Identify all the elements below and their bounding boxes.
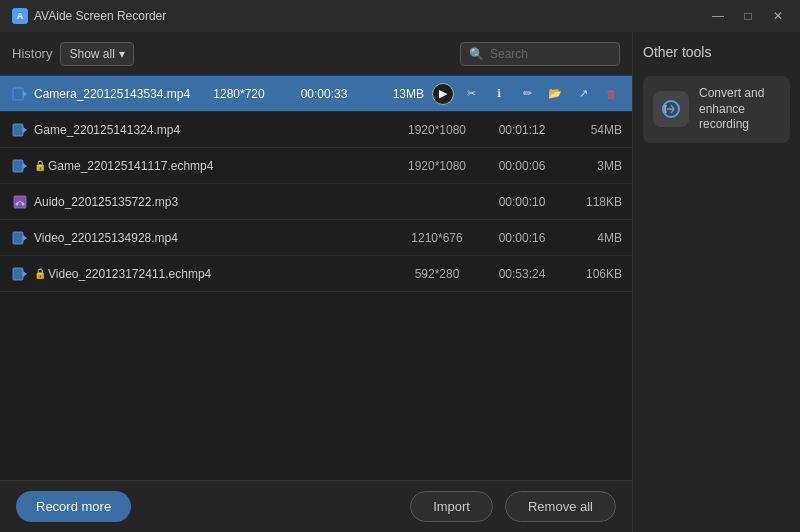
file-duration: 00:00:06: [482, 159, 562, 173]
title-bar: A AVAide Screen Recorder — □ ✕: [0, 0, 800, 32]
table-row[interactable]: 🔒Game_220125141117.echmp41920*108000:00:…: [0, 148, 632, 184]
table-row[interactable]: Video_220125134928.mp41210*67600:00:164M…: [0, 220, 632, 256]
file-name: Auido_220125135722.mp3: [34, 195, 392, 209]
remove-all-button[interactable]: Remove all: [505, 491, 616, 522]
file-size: 3MB: [562, 159, 622, 173]
file-size: 4MB: [562, 231, 622, 245]
svg-rect-4: [13, 160, 23, 172]
file-resolution: 1920*1080: [392, 159, 482, 173]
file-resolution: 592*280: [392, 267, 482, 281]
video-file-icon: [10, 228, 30, 248]
file-name: Video_220123172411.echmp4: [48, 267, 392, 281]
table-row[interactable]: Game_220125141324.mp41920*108000:01:1254…: [0, 112, 632, 148]
table-row[interactable]: 🔒Video_220123172411.echmp4592*28000:53:2…: [0, 256, 632, 292]
video-file-icon: [10, 84, 30, 104]
svg-marker-10: [23, 235, 27, 241]
play-button[interactable]: ▶: [432, 83, 454, 105]
file-name: Video_220125134928.mp4: [34, 231, 392, 245]
file-duration: 00:01:12: [482, 123, 562, 137]
video-file-icon: [10, 120, 30, 140]
action-icons: ▶✂ℹ✏📂↗🗑: [432, 83, 622, 105]
lock-icon: 🔒: [34, 160, 46, 171]
search-input[interactable]: [490, 47, 611, 61]
lock-icon: 🔒: [34, 268, 46, 279]
open-folder-button[interactable]: 📂: [544, 83, 566, 105]
share-button[interactable]: ↗: [572, 83, 594, 105]
filter-dropdown[interactable]: Show all ▾: [60, 42, 133, 66]
svg-rect-9: [13, 232, 23, 244]
bottom-bar: Record more Import Remove all: [0, 480, 632, 532]
record-more-button[interactable]: Record more: [16, 491, 131, 522]
svg-rect-11: [13, 268, 23, 280]
file-name: Camera_220125143534.mp4: [34, 87, 194, 101]
left-panel: History Show all ▾ 🔍 Camera_220125143534…: [0, 32, 632, 532]
maximize-button[interactable]: □: [734, 6, 762, 26]
file-name: Game_220125141324.mp4: [34, 123, 392, 137]
file-resolution: 1280*720: [194, 87, 284, 101]
app-icon: A: [12, 8, 28, 24]
svg-marker-12: [23, 271, 27, 277]
table-row[interactable]: Camera_220125143534.mp41280*72000:00:331…: [0, 76, 632, 112]
svg-rect-0: [13, 88, 23, 100]
table-row[interactable]: Auido_220125135722.mp300:00:10118KB: [0, 184, 632, 220]
svg-marker-1: [23, 91, 27, 97]
app-title: AVAide Screen Recorder: [34, 9, 166, 23]
filter-value: Show all: [69, 47, 114, 61]
file-size: 106KB: [562, 267, 622, 281]
file-size: 54MB: [562, 123, 622, 137]
file-duration: 00:53:24: [482, 267, 562, 281]
close-button[interactable]: ✕: [764, 6, 792, 26]
convert-enhance-card[interactable]: Convert and enhance recording: [643, 76, 790, 143]
svg-point-7: [16, 202, 19, 205]
main-content: History Show all ▾ 🔍 Camera_220125143534…: [0, 32, 800, 532]
file-name: Game_220125141117.echmp4: [48, 159, 392, 173]
convert-enhance-label: Convert and enhance recording: [699, 86, 780, 133]
file-list: Camera_220125143534.mp41280*72000:00:331…: [0, 76, 632, 480]
search-icon: 🔍: [469, 47, 484, 61]
search-container: 🔍: [460, 42, 620, 66]
chevron-down-icon: ▾: [119, 47, 125, 61]
convert-enhance-icon: [660, 98, 682, 120]
history-label: History: [12, 46, 52, 61]
svg-rect-2: [13, 124, 23, 136]
right-panel: Other tools Convert and enhance recordin…: [632, 32, 800, 532]
edit-button[interactable]: ✂: [460, 83, 482, 105]
delete-button[interactable]: 🗑: [600, 83, 622, 105]
rename-button[interactable]: ✏: [516, 83, 538, 105]
convert-enhance-icon-wrap: [653, 91, 689, 127]
svg-marker-5: [23, 163, 27, 169]
toolbar: History Show all ▾ 🔍: [0, 32, 632, 76]
info-button[interactable]: ℹ: [488, 83, 510, 105]
file-resolution: 1920*1080: [392, 123, 482, 137]
video-file-icon: [10, 156, 30, 176]
svg-marker-3: [23, 127, 27, 133]
file-size: 118KB: [562, 195, 622, 209]
file-duration: 00:00:10: [482, 195, 562, 209]
title-bar-left: A AVAide Screen Recorder: [12, 8, 166, 24]
window-controls: — □ ✕: [704, 6, 792, 26]
file-size: 13MB: [364, 87, 424, 101]
import-button[interactable]: Import: [410, 491, 493, 522]
other-tools-title: Other tools: [643, 44, 790, 60]
svg-point-8: [22, 202, 25, 205]
file-resolution: 1210*676: [392, 231, 482, 245]
audio-file-icon: [10, 192, 30, 212]
file-duration: 00:00:16: [482, 231, 562, 245]
minimize-button[interactable]: —: [704, 6, 732, 26]
video-file-icon: [10, 264, 30, 284]
file-duration: 00:00:33: [284, 87, 364, 101]
